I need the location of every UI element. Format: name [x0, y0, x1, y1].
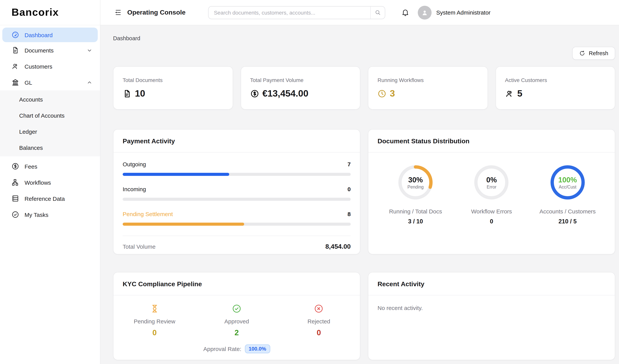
total-volume-label: Total Volume — [123, 243, 156, 250]
kyc-label: Rejected — [307, 318, 330, 324]
sidebar-item-customers[interactable]: Customers — [0, 58, 100, 74]
global-search — [208, 6, 385, 19]
gl-submenu: Accounts Chart of Accounts Ledger Balanc… — [0, 90, 100, 156]
x-circle-icon — [314, 304, 324, 313]
approval-rate-label: Approval Rate: — [203, 346, 241, 352]
sidebar-item-fees[interactable]: Fees — [0, 158, 100, 174]
payment-row-label: Incoming — [123, 186, 146, 192]
sidebar-item-balances[interactable]: Balances — [0, 140, 100, 155]
donut-stat-value: 210 / 5 — [558, 218, 577, 225]
stat-card-total-payment-volume: Total Payment Volume €13,454.00 — [240, 66, 360, 110]
refresh-button[interactable]: Refresh — [572, 47, 615, 60]
file-icon — [123, 89, 131, 98]
recent-activity-empty: No recent activity. — [368, 295, 615, 320]
sidebar-item-reference-data[interactable]: Reference Data — [0, 190, 100, 207]
donut-acc-cust: 100% Acc/Cust Accounts / Customers 210 /… — [530, 164, 605, 225]
panel-title: Payment Activity — [123, 138, 351, 145]
user-menu[interactable]: System Administrator — [418, 6, 490, 19]
users-icon — [12, 62, 19, 70]
sidebar-item-label: Dashboard — [25, 32, 92, 38]
content: Dashboard Refresh Total Documents — [100, 25, 619, 364]
sidebar-item-label: Reference Data — [25, 195, 92, 202]
donut-stat-value: 3 / 10 — [408, 218, 423, 225]
search-icon — [374, 9, 381, 16]
sidebar-item-documents[interactable]: Documents — [0, 42, 100, 58]
stat-card-running-workflows: Running Workflows 3 — [368, 66, 488, 110]
toolbar: Refresh — [113, 47, 615, 60]
avatar — [418, 6, 432, 19]
panel-title: Document Status Distribution — [378, 138, 605, 145]
main-area: Operating Console — [100, 0, 619, 364]
workflow-icon — [12, 179, 19, 186]
gauge-icon — [12, 31, 19, 39]
sidebar-item-my-tasks[interactable]: My Tasks — [0, 207, 100, 223]
donut-percent: 30% — [408, 176, 423, 184]
payment-row-pending-settlement: Pending Settlement 8 — [123, 211, 351, 226]
progress-track — [123, 198, 351, 201]
sidebar-item-label: My Tasks — [25, 211, 92, 218]
search-button[interactable] — [370, 6, 385, 19]
sidebar-nav: Dashboard Documents — [0, 25, 100, 223]
stat-card-total-documents: Total Documents 10 — [113, 66, 233, 110]
topbar: Operating Console — [100, 0, 619, 25]
progress-track — [123, 173, 351, 176]
bank-icon — [12, 79, 19, 86]
sidebar-item-workflows[interactable]: Workflows — [0, 174, 100, 190]
sidebar-item-gl[interactable]: GL — [0, 74, 100, 90]
notifications-button[interactable] — [401, 8, 409, 16]
check-circle-icon — [232, 304, 241, 313]
donut-percent: 0% — [486, 176, 497, 184]
progress-fill — [123, 223, 244, 226]
document-status-panel: Document Status Distribution 30% Pe — [368, 129, 615, 254]
total-volume-value: 8,454.00 — [325, 243, 351, 251]
stat-value: 3 — [390, 88, 395, 99]
payment-row-label: Outgoing — [123, 161, 146, 168]
stat-card-active-customers: Active Customers 5 — [495, 66, 615, 110]
payment-row-label: Pending Settlement — [123, 211, 173, 217]
check-circle-icon — [12, 211, 19, 218]
kyc-value: 2 — [235, 328, 239, 337]
donut-stat-value: 0 — [490, 218, 493, 225]
logo: Bancorix — [0, 0, 100, 25]
bottom-row: KYC Compliance Pipeline Pending Review 0 — [113, 272, 615, 360]
sidebar-item-dashboard[interactable]: Dashboard — [2, 28, 98, 42]
clock-icon — [378, 89, 386, 98]
payment-total-row: Total Volume 8,454.00 — [123, 236, 351, 251]
payment-row-value: 0 — [347, 186, 351, 192]
chevron-down-icon — [87, 47, 92, 53]
refresh-label: Refresh — [589, 50, 608, 56]
app-root: Bancorix Dashboard Documents — [0, 0, 619, 364]
stat-label: Total Documents — [123, 77, 223, 83]
search-input[interactable] — [209, 6, 370, 19]
kyc-rejected: Rejected 0 — [278, 304, 360, 337]
kyc-value: 0 — [152, 328, 156, 337]
payment-activity-panel: Payment Activity Outgoing 7 — [113, 129, 360, 254]
progress-track — [123, 223, 351, 226]
sidebar-item-label: GL — [25, 79, 87, 86]
sidebar-item-label: Workflows — [25, 179, 92, 186]
sidebar-item-label: Documents — [25, 47, 87, 54]
payment-row-value: 7 — [347, 161, 351, 168]
stat-label: Active Customers — [505, 77, 605, 83]
progress-fill — [123, 173, 229, 176]
kyc-label: Pending Review — [134, 318, 175, 324]
payment-row-outgoing: Outgoing 7 — [123, 161, 351, 176]
stat-label: Running Workflows — [378, 77, 478, 83]
sidebar: Bancorix Dashboard Documents — [0, 0, 100, 364]
sidebar-item-accounts[interactable]: Accounts — [0, 91, 100, 107]
logo-text: Bancorix — [12, 7, 59, 18]
kyc-pending-review: Pending Review 0 — [113, 304, 196, 337]
donut-percent: 100% — [558, 176, 577, 184]
panel-title: Recent Activity — [378, 280, 605, 288]
sidebar-item-chart-of-accounts[interactable]: Chart of Accounts — [0, 107, 100, 123]
kyc-panel: KYC Compliance Pipeline Pending Review 0 — [113, 272, 360, 360]
donut-pending: 30% Pending Running / Total Docs 3 / 10 — [378, 164, 454, 225]
stat-value: 5 — [517, 88, 522, 99]
approval-rate-badge: 100.0% — [245, 344, 270, 353]
kyc-label: Approved — [225, 318, 249, 324]
user-name: System Administrator — [436, 9, 490, 16]
payment-row-incoming: Incoming 0 — [123, 186, 351, 201]
sidebar-item-ledger[interactable]: Ledger — [0, 123, 100, 140]
sidebar-toggle-button[interactable] — [114, 8, 122, 16]
refresh-icon — [579, 50, 585, 56]
